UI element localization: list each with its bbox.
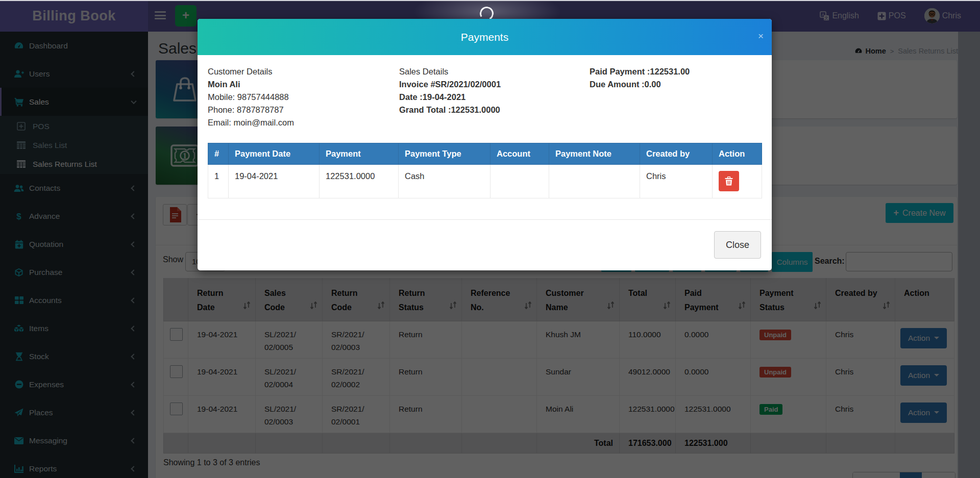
customer-mobile: Mobile: 98757444888 <box>208 91 397 104</box>
delete-payment-button[interactable] <box>719 171 739 191</box>
sales-date: Date :19-04-2021 <box>399 91 588 104</box>
header-num: # <box>208 143 229 165</box>
close-button[interactable]: Close <box>714 231 761 259</box>
header-action: Action <box>713 143 762 165</box>
cell-created-by: Chris <box>640 165 713 198</box>
customer-details-heading: Customer Details <box>208 65 397 78</box>
payments-modal: Payments × Customer Details Moin Ali Mob… <box>198 19 772 270</box>
header-created-by: Created by <box>640 143 713 165</box>
modal-title: Payments <box>198 19 772 55</box>
customer-phone: Phone: 8787878787 <box>208 104 397 116</box>
due-amount: Due Amount :0.00 <box>590 78 763 91</box>
sales-grand-total: Grand Total :122531.0000 <box>399 104 588 116</box>
trash-icon <box>725 177 733 186</box>
cell-account <box>491 165 549 198</box>
header-payment-type: Payment Type <box>399 143 491 165</box>
header-payment: Payment <box>320 143 399 165</box>
customer-email: Email: moin@mail.com <box>208 116 397 129</box>
header-payment-date: Payment Date <box>229 143 320 165</box>
sales-details: Sales Details Invoice #SR/2021/02/0001 D… <box>399 65 588 116</box>
top-progress-line <box>0 0 980 1</box>
payments-header-row: # Payment Date Payment Payment Type Acco… <box>208 143 762 165</box>
customer-name: Moin Ali <box>208 78 397 91</box>
page: Billing Book + A文 English POS Chris Dash… <box>0 0 980 478</box>
customer-details: Customer Details Moin Ali Mobile: 987574… <box>208 65 397 129</box>
cell-num: 1 <box>208 165 229 198</box>
header-payment-note: Payment Note <box>549 143 640 165</box>
payment-summary: Paid Payment :122531.00 Due Amount :0.00 <box>590 65 763 91</box>
sales-invoice: Invoice #SR/2021/02/0001 <box>399 78 588 91</box>
cell-payment-date: 19-04-2021 <box>229 165 320 198</box>
payments-row: 1 19-04-2021 122531.0000 Cash Chris <box>208 165 762 198</box>
sales-details-heading: Sales Details <box>399 65 588 78</box>
cell-payment-type: Cash <box>399 165 491 198</box>
cell-payment-note <box>549 165 640 198</box>
modal-header: Payments × <box>198 19 772 55</box>
close-icon[interactable]: × <box>758 31 764 41</box>
modal-footer-divider <box>198 219 772 220</box>
header-account: Account <box>491 143 549 165</box>
cell-payment: 122531.0000 <box>320 165 399 198</box>
payments-table: # Payment Date Payment Payment Type Acco… <box>208 143 762 198</box>
paid-payment: Paid Payment :122531.00 <box>590 65 763 78</box>
